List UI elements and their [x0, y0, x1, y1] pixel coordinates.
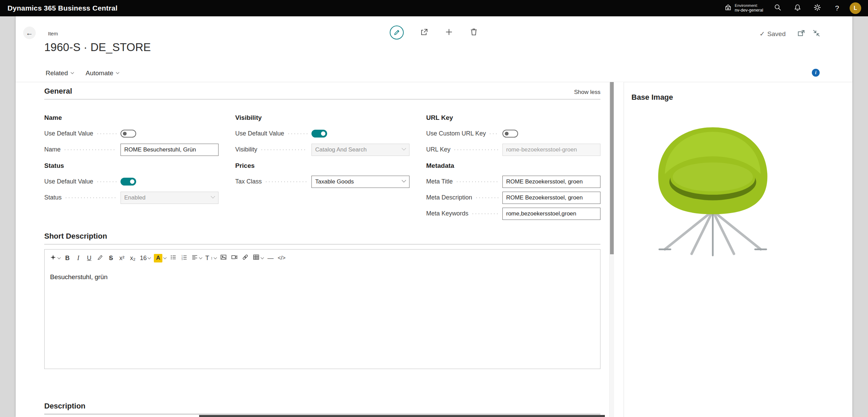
- environment-info[interactable]: Environment: nv-dev-general: [724, 3, 763, 13]
- field-row-use-custom-url-key: Use Custom URL Key: [426, 126, 600, 142]
- ribbon-menu: Related Automate: [46, 66, 119, 80]
- url-key-input[interactable]: [502, 144, 600, 156]
- dotted-leader: [457, 181, 498, 182]
- general-field-columns: Name Use Default Value Name Status: [44, 110, 600, 222]
- use-custom-url-key-toggle[interactable]: [502, 130, 518, 138]
- horizontal-scrollbar-thumb[interactable]: [199, 415, 605, 417]
- use-default-value-toggle[interactable]: [120, 178, 136, 186]
- pencil-icon: [393, 28, 401, 37]
- notifications-button[interactable]: [788, 0, 807, 16]
- dotted-leader: [288, 133, 307, 134]
- insert-image-button[interactable]: [218, 252, 229, 264]
- align-button[interactable]: [190, 252, 204, 264]
- environment-name: nv-dev-general: [735, 8, 763, 13]
- page-caption: Item: [48, 31, 58, 36]
- strikethrough-button[interactable]: S: [106, 252, 116, 264]
- menu-automate[interactable]: Automate: [86, 69, 119, 77]
- visibility-label: Visibility: [235, 146, 257, 153]
- code-view-button[interactable]: </>: [276, 252, 287, 264]
- name-input[interactable]: [120, 144, 219, 156]
- text-style-button[interactable]: T ↕: [204, 252, 218, 264]
- rich-text-toolbar: B I U S x² x₂ 16 A: [45, 250, 600, 265]
- highlight-color-button[interactable]: A: [152, 252, 168, 264]
- name-label: Name: [44, 146, 61, 153]
- status-select[interactable]: Enabled: [120, 192, 219, 204]
- app-title[interactable]: Dynamics 365 Business Central: [7, 4, 117, 12]
- help-icon: ?: [835, 4, 839, 12]
- subscript-button[interactable]: x₂: [127, 252, 138, 264]
- use-default-value-label: Use Default Value: [44, 178, 93, 185]
- search-button[interactable]: [768, 0, 788, 16]
- edit-button[interactable]: [390, 26, 404, 39]
- italic-button[interactable]: I: [73, 252, 84, 264]
- use-default-value-toggle[interactable]: [120, 130, 136, 138]
- bullet-list-button[interactable]: [168, 252, 179, 264]
- short-description-editor-body[interactable]: Besucherstuhl, grün: [45, 265, 600, 289]
- show-less-link[interactable]: Show less: [574, 89, 600, 96]
- dotted-leader: [476, 197, 498, 198]
- meta-title-input[interactable]: [502, 176, 600, 188]
- add-button[interactable]: [444, 28, 453, 37]
- chevron-down-icon: [211, 194, 215, 198]
- bell-icon: [793, 3, 802, 13]
- avatar[interactable]: L: [850, 2, 861, 14]
- field-row-name: Name: [44, 142, 219, 158]
- info-icon: i: [815, 70, 817, 76]
- insert-table-button[interactable]: [251, 252, 265, 264]
- dotted-leader: [261, 149, 307, 150]
- menu-related[interactable]: Related: [46, 69, 74, 77]
- general-column-2: Visibility Use Default Value Visibility: [235, 110, 409, 222]
- use-default-value-toggle[interactable]: [311, 130, 327, 138]
- environment-label: Environment:: [735, 3, 763, 8]
- url-key-label: URL Key: [426, 146, 450, 153]
- underline-button[interactable]: U: [84, 252, 95, 264]
- open-in-new-window-icon: [797, 29, 805, 39]
- back-button[interactable]: ←: [23, 27, 36, 39]
- chevron-down-icon: [163, 256, 167, 259]
- vertical-scrollbar[interactable]: [609, 82, 614, 417]
- numbered-list-button[interactable]: 123: [179, 252, 190, 264]
- rich-text-editor: B I U S x² x₂ 16 A: [44, 249, 600, 369]
- use-default-value-label: Use Default Value: [44, 130, 93, 137]
- main-content-pane: General Show less Name Use Default Value: [16, 82, 609, 417]
- share-button[interactable]: [419, 28, 429, 37]
- magic-wand-button[interactable]: [48, 252, 62, 264]
- meta-description-input[interactable]: [502, 192, 600, 204]
- table-icon: [253, 254, 260, 262]
- short-description-section-title: Short Description: [44, 232, 107, 241]
- back-arrow-icon: ←: [26, 29, 33, 37]
- help-button[interactable]: ?: [827, 0, 847, 16]
- info-button[interactable]: i: [812, 69, 820, 77]
- save-status: ✓ Saved: [759, 30, 786, 38]
- insert-video-button[interactable]: [229, 252, 240, 264]
- chevron-down-icon: [199, 256, 203, 259]
- svg-text:3: 3: [181, 258, 183, 260]
- visibility-select[interactable]: Catalog And Search: [311, 144, 409, 156]
- tax-class-select[interactable]: Taxable Goods: [311, 176, 409, 188]
- settings-button[interactable]: [807, 0, 827, 16]
- menu-related-label: Related: [46, 69, 68, 77]
- vertical-scrollbar-thumb[interactable]: [610, 82, 614, 254]
- chevron-down-icon: [402, 146, 406, 150]
- open-in-new-window-button[interactable]: [797, 29, 806, 38]
- font-size-select[interactable]: 16: [138, 252, 152, 264]
- environment-text: Environment: nv-dev-general: [735, 3, 763, 13]
- format-painter-button[interactable]: [95, 252, 106, 264]
- superscript-button[interactable]: x²: [116, 252, 127, 264]
- toggle-knob: [321, 131, 325, 136]
- collapse-button[interactable]: [812, 29, 821, 38]
- menu-automate-label: Automate: [86, 69, 113, 77]
- bold-button[interactable]: B: [62, 252, 73, 264]
- field-row-use-default-visibility: Use Default Value: [235, 126, 409, 142]
- metadata-group-heading: Metadata: [426, 158, 600, 174]
- meta-keywords-input[interactable]: [502, 208, 600, 220]
- top-navigation-bar: Dynamics 365 Business Central Environmen…: [0, 0, 868, 16]
- status-label: Status: [44, 194, 62, 201]
- field-row-meta-description: Meta Description: [426, 190, 600, 206]
- horizontal-rule-button[interactable]: —: [265, 252, 276, 264]
- delete-button[interactable]: [469, 28, 478, 37]
- text-style-small-icon: ↕: [211, 256, 213, 260]
- base-image-picture[interactable]: [651, 123, 774, 259]
- video-icon: [231, 254, 238, 262]
- insert-link-button[interactable]: [240, 252, 251, 264]
